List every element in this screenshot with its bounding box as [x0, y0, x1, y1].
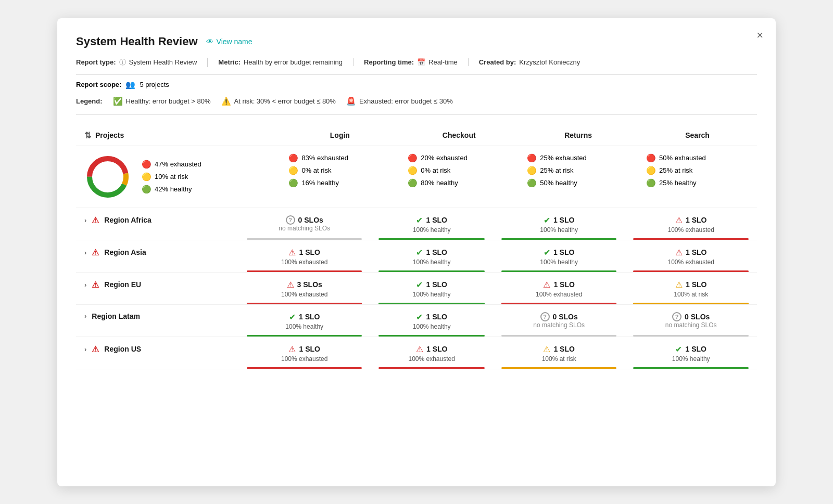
s-checkout-2: 80% healthy — [421, 179, 458, 187]
main-table: ⇅ Projects Login Checkout Returns Search — [76, 125, 757, 208]
slo-cell-content: ⚠ 1 SLO 100% exhausted — [247, 344, 362, 363]
slo-count-text: 1 SLO — [299, 313, 320, 321]
slo-status-text: 100% exhausted — [633, 226, 749, 234]
slo-cell-returns: ✔ 1 SLO 100% healthy — [493, 240, 625, 272]
close-button[interactable]: × — [756, 29, 763, 42]
atrisk-text: 10% at risk — [155, 173, 188, 180]
chevron-right-icon[interactable]: › — [84, 312, 86, 320]
slo-cell-checkout: ✔ 1 SLO 100% healthy — [370, 240, 493, 272]
s-search-0: 50% exhausted — [659, 154, 706, 162]
s-login-2-icon: 🟢 — [288, 178, 298, 188]
s-login-0-icon: 🔴 — [288, 153, 298, 163]
slo-error-icon: ⚠ — [288, 248, 296, 257]
legend-healthy-text: Healthy: error budget > 80% — [126, 97, 211, 105]
slo-healthy-icon: ✔ — [416, 248, 423, 257]
slo-status-text: 100% at risk — [501, 355, 617, 363]
slo-cell-login: ✔ 1 SLO 100% healthy — [238, 304, 371, 337]
col-returns: Returns — [519, 125, 638, 146]
col-checkout: Checkout — [399, 125, 519, 146]
slo-status-text: 100% healthy — [501, 259, 617, 266]
healthy-text: 42% healthy — [155, 185, 192, 193]
s-login-2: 16% healthy — [301, 179, 339, 187]
s-returns-2: 50% healthy — [540, 179, 577, 187]
s-returns-0: 25% exhausted — [540, 154, 587, 162]
reporting-time-value: Real-time — [428, 58, 458, 66]
slo-count-text: 1 SLO — [553, 216, 574, 224]
col-projects: Projects — [95, 131, 124, 139]
slo-count-text: 1 SLO — [553, 248, 574, 256]
slo-status-text: 100% exhausted — [247, 291, 362, 298]
s-checkout-1: 0% at risk — [421, 166, 450, 174]
slo-healthy-icon: ✔ — [416, 280, 423, 290]
slo-count-text: 3 SLOs — [297, 280, 322, 289]
slo-cell-content: ⚠ 1 SLO 100% exhausted — [633, 215, 749, 234]
slo-status-text: 100% healthy — [378, 291, 484, 298]
slo-cell-search: ⚠ 1 SLO 100% exhausted — [625, 208, 757, 240]
region-name: Region Latam — [92, 312, 140, 320]
slo-cell-content: ⚠ 1 SLO 100% exhausted — [633, 248, 749, 266]
sort-icon[interactable]: ⇅ — [84, 131, 91, 140]
region-name: Region EU — [104, 280, 141, 289]
s-checkout-0: 20% exhausted — [421, 154, 468, 162]
chevron-right-icon[interactable]: › — [84, 249, 86, 256]
region-name-cell[interactable]: › ⚠ Region Africa — [84, 215, 230, 225]
region-error-icon: ⚠ — [92, 248, 99, 257]
s-login-1: 0% at risk — [301, 166, 331, 174]
slo-status-text: 100% at risk — [633, 291, 749, 298]
stat-healthy: 🟢 42% healthy — [142, 185, 201, 194]
metric-value: Health by error budget remaining — [244, 58, 343, 66]
no-slo-status: no matching SLOs — [247, 225, 362, 232]
region-name-cell[interactable]: › Region Latam — [84, 312, 230, 320]
slo-count-text: 1 SLO — [426, 280, 447, 289]
donut-chart — [84, 153, 131, 200]
slo-status-text: 100% healthy — [633, 355, 749, 363]
legend-label: Legend: — [76, 97, 103, 105]
region-row: › ⚠ Region US ⚠ 1 SLO 100% exhausted ⚠ 1… — [76, 337, 757, 369]
calendar-icon: 📅 — [417, 58, 425, 66]
slo-error-icon: ⚠ — [675, 215, 683, 225]
slo-status-text: 100% exhausted — [501, 291, 617, 298]
s-checkout-1-icon: 🟡 — [408, 166, 418, 175]
slo-cell-content: ⚠ 1 SLO 100% exhausted — [247, 248, 362, 266]
no-slo-icon: ? — [286, 215, 295, 225]
slo-cell-content: ✔ 1 SLO 100% healthy — [378, 280, 484, 298]
slo-cell-content: ⚠ 3 SLOs 100% exhausted — [247, 280, 362, 298]
slo-cell-returns: ? 0 SLOs no matching SLOs — [493, 304, 625, 337]
region-row: › ⚠ Region Africa ? 0 SLOs no matching S… — [76, 208, 757, 240]
healthy-stat-icon: 🟢 — [142, 185, 152, 194]
slo-cell-content: ⚠ 1 SLO 100% exhausted — [501, 280, 617, 298]
slo-status-text: 100% healthy — [501, 226, 617, 234]
view-name-link[interactable]: 👁 View name — [206, 37, 253, 46]
slo-cell-content: ✔ 1 SLO 100% healthy — [378, 248, 484, 266]
slo-healthy-icon: ✔ — [416, 312, 423, 322]
atrisk-icon: 🟡 — [142, 172, 152, 182]
meta-row: Report type: ⓘ System Health Review Metr… — [76, 58, 757, 75]
slo-cell-login: ? 0 SLOs no matching SLOs — [238, 208, 371, 240]
slo-cell-returns: ✔ 1 SLO 100% healthy — [493, 208, 625, 240]
region-name-cell[interactable]: › ⚠ Region US — [84, 344, 230, 354]
view-name-label: View name — [217, 37, 253, 46]
slo-cell-content: ✔ 1 SLO 100% healthy — [633, 344, 749, 363]
slo-bar — [633, 367, 749, 369]
eye-icon: 👁 — [206, 37, 213, 46]
region-error-icon: ⚠ — [92, 344, 99, 354]
legend-exhausted: 🚨 Exhausted: error budget ≤ 30% — [346, 97, 453, 106]
no-slo-cell: ? 0 SLOs no matching SLOs — [501, 312, 617, 329]
slo-warning-icon: ⚠ — [543, 344, 550, 354]
slo-cell-content: ✔ 1 SLO 100% healthy — [247, 312, 362, 330]
region-name-cell[interactable]: › ⚠ Region Asia — [84, 248, 230, 257]
chevron-right-icon[interactable]: › — [84, 345, 86, 353]
s-returns-2-icon: 🟢 — [527, 178, 537, 188]
slo-status-text: 100% healthy — [378, 259, 484, 266]
chevron-right-icon[interactable]: › — [84, 281, 86, 289]
slo-count-text: 1 SLO — [685, 345, 706, 353]
no-slo-cell: ? 0 SLOs no matching SLOs — [247, 215, 362, 232]
region-name-cell[interactable]: › ⚠ Region EU — [84, 280, 230, 290]
chevron-right-icon[interactable]: › — [84, 216, 86, 224]
no-slo-count: 0 SLOs — [553, 313, 578, 321]
no-slo-icon: ? — [672, 312, 681, 321]
region-name: Region Asia — [104, 248, 146, 256]
slo-healthy-icon: ✔ — [544, 248, 550, 257]
slo-bar — [378, 367, 484, 369]
slo-status-text: 100% healthy — [378, 226, 484, 234]
